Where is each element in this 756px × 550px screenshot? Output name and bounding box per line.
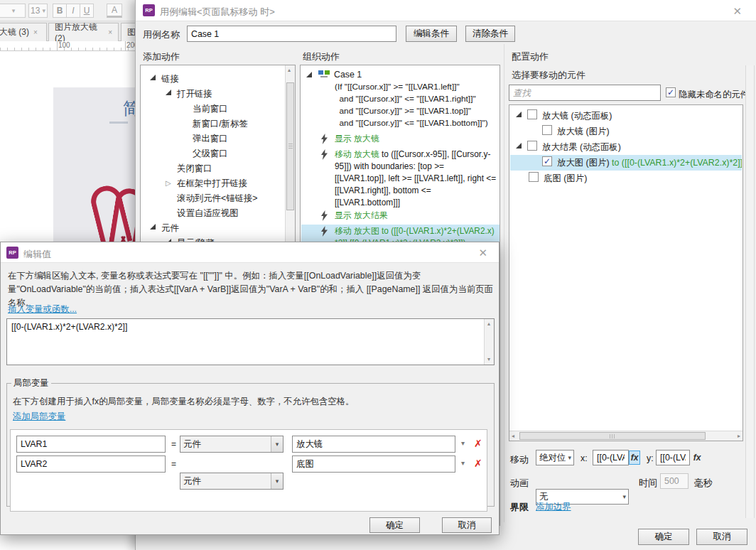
widget-row-magnifier-panel[interactable]: 放大镜 (动态面板): [510, 108, 742, 124]
tree-item-scroll-to-widget[interactable]: 滚动到元件<锚链接>: [141, 190, 294, 206]
tree-item-open-in-frame[interactable]: ▷ 在框架中打开链接: [141, 176, 294, 191]
edit-value-dialog: RP 编辑值 ✕ 在下方编辑区输入文本, 变量名称或表达式要写在 "[[""]]…: [0, 242, 500, 535]
case-row[interactable]: Case 1: [301, 69, 500, 81]
tree-item-current-window[interactable]: 当前窗口: [141, 101, 294, 117]
scroll-right-icon[interactable]: ▸: [738, 433, 740, 439]
expand-icon[interactable]: [516, 143, 522, 149]
chevron-down-icon[interactable]: ▾: [461, 439, 465, 447]
lvar-value-input[interactable]: [292, 436, 455, 453]
lvar-name-input[interactable]: [16, 455, 166, 473]
lightning-icon: [320, 149, 328, 160]
expand-icon[interactable]: [150, 224, 156, 230]
lvar-value-input[interactable]: [292, 455, 455, 473]
delete-variable-button[interactable]: ✗: [474, 458, 482, 469]
action-step-move-magnifier[interactable]: 移动 放大镜 to ([[Cursor.x-95]], [[Cursor.y-9…: [301, 148, 500, 207]
widget-checkbox[interactable]: [529, 172, 539, 182]
cancel-button[interactable]: 取消: [696, 529, 747, 545]
widget-row-result-panel[interactable]: 放大结果 (动态面板): [510, 139, 742, 155]
widget-checkbox[interactable]: [542, 125, 552, 135]
lightning-icon: [320, 134, 328, 144]
tab-page-2[interactable]: 图片放大镜 (2) ×: [48, 23, 119, 41]
select-widget-label: 选择要移动的元件: [512, 69, 585, 82]
expand-icon[interactable]: [306, 72, 312, 77]
close-icon[interactable]: ✕: [733, 6, 742, 16]
lvar-type-select[interactable]: 元件 ▾: [180, 473, 284, 490]
add-local-variable-link[interactable]: 添加局部变量: [13, 411, 65, 423]
close-icon[interactable]: ×: [33, 28, 38, 36]
tree-item-open-link[interactable]: 打开链接: [141, 86, 294, 102]
product-image: 简: [53, 87, 135, 242]
scrollbar-thumb[interactable]: [519, 432, 706, 440]
tab-page-1[interactable]: 大镜 (3) ×: [0, 23, 47, 41]
scroll-left-icon[interactable]: ◂: [512, 433, 514, 439]
x-value-input[interactable]: [593, 450, 629, 465]
tree-item-new-window[interactable]: 新窗口/新标签: [141, 116, 294, 131]
expression-textarea[interactable]: [[0-(LVAR1.x)*2+(LVAR2.x)*2]]: [7, 319, 485, 365]
y-label: y:: [647, 453, 654, 463]
close-icon[interactable]: ✕: [478, 247, 487, 258]
expand-icon[interactable]: [150, 75, 156, 80]
move-mode-select[interactable]: 绝对位 ▾: [536, 450, 574, 465]
scroll-down-icon[interactable]: ▾: [487, 357, 490, 362]
widget-tree-hscrollbar[interactable]: ◂ ▸: [509, 431, 742, 441]
add-boundary-link[interactable]: 添加边界: [536, 501, 571, 513]
delete-variable-button[interactable]: ✗: [474, 438, 482, 449]
y-value-input[interactable]: [656, 450, 690, 465]
bounds-label: 界限: [510, 501, 529, 514]
italic-button[interactable]: I: [66, 4, 80, 18]
bold-button[interactable]: B: [53, 4, 67, 18]
widget-checkbox[interactable]: [527, 141, 537, 151]
scrollbar-thumb[interactable]: [286, 82, 294, 210]
tree-item-close-window[interactable]: 关闭窗口: [141, 161, 294, 176]
case-icon: [318, 70, 330, 79]
tree-item-parent-window[interactable]: 父级窗口: [141, 146, 294, 161]
tree-item-link[interactable]: 链接: [141, 71, 294, 87]
clear-condition-button[interactable]: 清除条件: [465, 26, 515, 42]
scroll-up-icon[interactable]: ▴: [487, 321, 490, 327]
expression-editor: [[0-(LVAR1.x)*2+(LVAR2.x)*2]] ▴ ▾: [6, 318, 495, 365]
font-color-button[interactable]: A: [107, 4, 122, 18]
widget-checkbox[interactable]: ✓: [542, 156, 552, 166]
tree-item-set-adaptive-view[interactable]: 设置自适应视图: [141, 205, 294, 221]
edit-value-title: 编辑值: [23, 248, 51, 261]
x-fx-button[interactable]: fx: [629, 451, 640, 465]
animation-label: 动画: [510, 477, 529, 490]
lvar-type-select[interactable]: 元件 ▾: [180, 436, 284, 453]
widget-checkbox[interactable]: [527, 109, 537, 119]
case-name-input[interactable]: [187, 26, 396, 42]
collapsed-icon[interactable]: ▷: [166, 179, 171, 187]
insert-variable-link[interactable]: 插入变量或函数...: [8, 303, 77, 316]
action-step-show-result[interactable]: 显示 放大结果: [301, 209, 500, 223]
organize-actions-header: 组织动作: [303, 50, 340, 63]
widget-row-magnifier-image[interactable]: 放大镜 (图片): [510, 124, 742, 139]
time-input[interactable]: [660, 473, 688, 489]
panel-divider: [504, 44, 504, 522]
expression-scrollbar[interactable]: ▴ ▾: [484, 319, 494, 365]
font-size-select[interactable]: 13 ▾: [28, 4, 48, 18]
hide-unnamed-label: 隐藏未命名的元件: [679, 89, 749, 101]
chevron-down-icon: ▾: [42, 7, 45, 14]
y-fx-button[interactable]: fx: [691, 451, 703, 465]
font-family-select[interactable]: ▾: [0, 4, 26, 18]
configure-panel-scrollbar[interactable]: [745, 65, 755, 518]
expand-icon[interactable]: [166, 90, 171, 95]
edit-condition-button[interactable]: 编辑条件: [406, 26, 457, 42]
action-step-show-magnifier[interactable]: 显示 放大镜: [301, 132, 500, 146]
scroll-up-icon[interactable]: ▴: [288, 68, 291, 73]
lvar-name-input[interactable]: [16, 436, 166, 453]
widget-row-base-image[interactable]: 底图 (图片): [510, 171, 742, 186]
close-icon[interactable]: ×: [108, 28, 112, 36]
tree-item-popup-window[interactable]: 弹出窗口: [141, 131, 294, 146]
cancel-button[interactable]: 取消: [442, 517, 492, 533]
chevron-down-icon[interactable]: ▾: [461, 459, 465, 467]
ok-button[interactable]: 确定: [638, 529, 689, 545]
expand-icon[interactable]: [516, 112, 522, 117]
equals-label: =: [171, 439, 176, 449]
ok-button[interactable]: 确定: [369, 517, 420, 533]
widget-row-zoom-image[interactable]: ✓ 放大图 (图片) to ([[0-(LVAR1.x)*2+(LVAR2.x)…: [510, 155, 742, 171]
underline-button[interactable]: U: [80, 4, 94, 18]
hide-unnamed-checkbox[interactable]: ✓: [666, 87, 676, 97]
check-icon: ✓: [667, 88, 674, 97]
tree-item-widgets[interactable]: 元件: [141, 220, 294, 236]
search-input[interactable]: [509, 85, 661, 101]
